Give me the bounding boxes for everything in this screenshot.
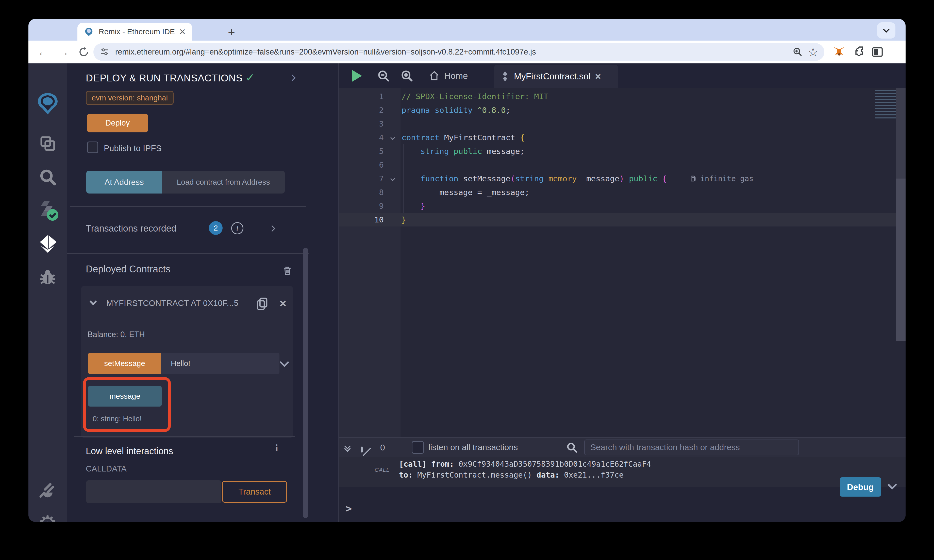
set-message-input[interactable] (161, 353, 279, 374)
plugin-manager-icon[interactable] (37, 479, 59, 500)
toolbar-divider (843, 47, 843, 57)
tab-file[interactable]: MyFirstContract.sol × (494, 65, 618, 88)
tab-close-icon[interactable]: × (179, 26, 185, 37)
search-icon[interactable] (38, 167, 58, 187)
code-line[interactable]: 7 function setMessage(string memory _mes… (339, 172, 906, 185)
zoom-in-icon[interactable] (400, 69, 414, 83)
terminal-prompt[interactable]: > (346, 503, 352, 514)
terminal-search-input[interactable] (584, 440, 799, 455)
low-level-info-icon[interactable]: i (275, 442, 278, 454)
tab-home[interactable]: Home (428, 63, 468, 88)
editor-scrollbar-track[interactable] (896, 88, 906, 178)
debug-button[interactable]: Debug (840, 477, 881, 497)
zoom-page-icon[interactable] (792, 46, 803, 58)
code-line[interactable]: 4contract MyFirstContract { (339, 131, 906, 144)
terminal-count: 0 (380, 443, 385, 452)
copy-address-icon[interactable] (255, 296, 270, 312)
url-bar[interactable]: remix.ethereum.org/#lang=en&optimize=fal… (93, 43, 825, 61)
contract-balance: Balance: 0. ETH (88, 330, 145, 339)
run-script-icon[interactable] (352, 70, 362, 82)
set-message-button[interactable]: setMessage (88, 353, 161, 374)
tune-icon[interactable] (100, 47, 109, 57)
transact-button[interactable]: Transact (222, 481, 287, 503)
code-editor[interactable]: 1// SPDX-License-Identifier: MIT2pragma … (339, 88, 906, 437)
remix-app: ⚙ DEPLOY & RUN TRANSACTIONS ✓ evm versio… (28, 63, 906, 522)
extensions-puzzle-icon[interactable] (854, 45, 868, 58)
browser-tabstrip: Remix - Ethereum IDE × + (28, 19, 906, 41)
log-lines: [call] from: 0x9Cf934043aD350758391b0D01… (399, 458, 651, 480)
panel-scrollbar[interactable] (303, 248, 308, 518)
trash-icon[interactable] (282, 264, 293, 277)
listen-transactions-checkbox[interactable] (412, 441, 424, 454)
browser-tab[interactable]: Remix - Ethereum IDE × (77, 23, 192, 41)
url-text[interactable]: remix.ethereum.org/#lang=en&optimize=fal… (115, 48, 788, 57)
check-icon: ✓ (245, 71, 255, 84)
solidity-file-icon (501, 71, 509, 82)
listen-transactions-label: listen on all transactions (428, 443, 518, 452)
at-address-button[interactable]: At Address (86, 171, 162, 194)
calldata-input[interactable] (86, 480, 221, 503)
code-line[interactable]: 10} (339, 213, 906, 226)
deploy-button[interactable]: Deploy (87, 114, 148, 132)
clear-console-icon[interactable] (361, 446, 363, 453)
code-line[interactable]: 9 } (339, 199, 906, 213)
home-icon (428, 70, 440, 82)
collapse-terminal-icon[interactable] (345, 444, 350, 451)
contract-title[interactable]: MYFIRSTCONTRACT AT 0X10F...5 (106, 298, 248, 308)
settings-gear-icon[interactable]: ⚙ (38, 513, 57, 522)
close-file-tab-icon[interactable]: × (595, 71, 601, 82)
file-tab-label: MyFirstContract.sol (514, 71, 590, 82)
editor-toolbar: Home MyFirstContract.sol × (339, 63, 906, 88)
metamask-extension-icon[interactable] (832, 45, 846, 58)
divider (74, 436, 295, 437)
remove-contract-icon[interactable]: × (279, 297, 286, 309)
browser-toolbar: ← → remix.ethereum.org/#lang=en&optimize… (28, 41, 906, 63)
forward-icon[interactable]: → (58, 46, 69, 58)
icon-rail: ⚙ (28, 63, 67, 522)
back-icon[interactable]: ← (37, 46, 49, 58)
browser-window: Remix - Ethereum IDE × + ← → remix.ether… (28, 19, 906, 522)
reload-icon[interactable] (78, 46, 89, 58)
indent-guide (403, 144, 404, 213)
deployed-contracts-title: Deployed Contracts (86, 264, 171, 275)
panel-title: DEPLOY & RUN TRANSACTIONS ✓ (86, 71, 255, 84)
debugger-icon[interactable] (37, 267, 58, 288)
publish-ipfs-label: Publish to IPFS (104, 143, 162, 153)
solidity-compiler-icon[interactable] (36, 198, 59, 222)
tab-title: Remix - Ethereum IDE (99, 28, 177, 36)
file-explorer-icon[interactable] (38, 134, 57, 153)
home-tab-label: Home (444, 71, 468, 81)
terminal-log-entry[interactable]: CALL [call] from: 0x9Cf934043aD350758391… (339, 457, 906, 487)
remix-logo-icon (34, 90, 61, 117)
expand-params-icon[interactable] (279, 357, 289, 367)
side-panel-icon[interactable] (871, 46, 884, 58)
expand-log-icon[interactable] (887, 480, 897, 489)
transactions-expand-icon[interactable] (269, 225, 275, 232)
tab-search-chevron-button[interactable] (877, 22, 895, 38)
deployed-contract-card: MYFIRSTCONTRACT AT 0X10F...5 × Balance: … (81, 286, 293, 438)
infinite-gas-annotation: infinite gas (690, 174, 754, 183)
transactions-count-badge: 2 (209, 221, 223, 235)
code-line[interactable]: 8 message = _message; (339, 185, 906, 199)
message-button[interactable]: message (88, 386, 162, 406)
contract-collapse-icon[interactable] (89, 298, 97, 305)
code-line[interactable]: 6 (339, 158, 906, 172)
zoom-out-icon[interactable] (377, 69, 390, 83)
new-tab-button[interactable]: + (223, 24, 240, 40)
bookmark-star-icon[interactable]: ☆ (808, 45, 818, 59)
code-line[interactable]: 1// SPDX-License-Identifier: MIT (339, 89, 906, 103)
code-line[interactable]: 3 (339, 117, 906, 131)
load-contract-button[interactable]: Load contract from Address (162, 171, 285, 194)
divider (67, 253, 309, 254)
gas-pump-icon (690, 174, 697, 183)
panel-collapse-icon[interactable] (289, 75, 296, 81)
calldata-label: CALLDATA (86, 464, 126, 474)
deploy-run-icon[interactable] (36, 232, 59, 255)
transactions-info-icon[interactable]: i (231, 222, 244, 234)
evm-version-badge: evm version: shanghai (86, 91, 174, 105)
editor-scrollbar-thumb[interactable] (896, 178, 906, 341)
publish-ipfs-checkbox[interactable] (87, 142, 98, 153)
code-line[interactable]: 2pragma solidity ^0.8.0; (339, 103, 906, 117)
deploy-run-panel: DEPLOY & RUN TRANSACTIONS ✓ evm version:… (67, 63, 339, 522)
code-line[interactable]: 5 string public message; (339, 144, 906, 158)
